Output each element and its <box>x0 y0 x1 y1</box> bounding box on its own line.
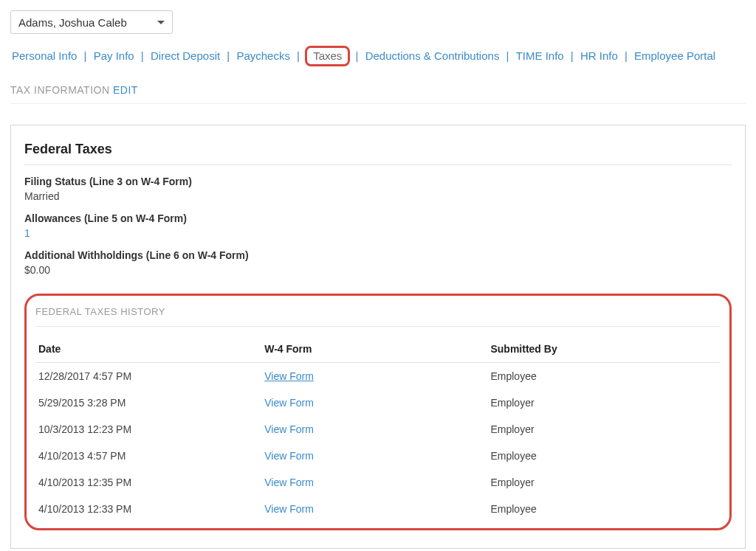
history-form-cell: View Form <box>261 443 487 469</box>
history-date: 12/28/2017 4:57 PM <box>35 363 261 390</box>
filing-status-value: Married <box>24 190 732 202</box>
tab-taxes-highlight: Taxes <box>305 46 350 66</box>
nav-separator: | <box>295 49 302 62</box>
history-col-date: Date <box>35 337 261 363</box>
history-submitted-by: Employer <box>487 416 721 443</box>
tab-employee-portal[interactable]: Employee Portal <box>633 49 717 62</box>
nav-separator: | <box>504 49 512 62</box>
nav-separator: | <box>622 49 630 62</box>
chevron-down-icon <box>157 21 165 24</box>
table-row: 4/10/2013 12:33 PMView FormEmployee <box>35 496 721 522</box>
table-row: 4/10/2013 12:35 PMView FormEmployer <box>35 469 721 496</box>
tab-pay-info[interactable]: Pay Info <box>92 49 136 62</box>
tab-paychecks[interactable]: Paychecks <box>235 49 292 62</box>
view-form-link[interactable]: View Form <box>264 423 314 435</box>
nav-separator: | <box>568 49 576 62</box>
view-form-link[interactable]: View Form <box>264 503 314 515</box>
table-row: 10/3/2013 12:23 PMView FormEmployer <box>35 416 721 443</box>
panel-title: Federal Taxes <box>24 142 732 165</box>
employee-select-value: Adams, Joshua Caleb <box>18 16 127 29</box>
tab-hr-info[interactable]: HR Info <box>579 49 619 62</box>
tab-time-info[interactable]: TIME Info <box>515 49 566 62</box>
additional-withholdings-label: Additional Withholdings (Line 6 on W-4 F… <box>24 249 732 261</box>
employee-select[interactable]: Adams, Joshua Caleb <box>10 10 173 34</box>
filing-status-label: Filing Status (Line 3 on W-4 Form) <box>24 176 732 187</box>
history-submitted-by: Employer <box>487 389 721 416</box>
history-date: 5/29/2015 3:28 PM <box>35 389 261 416</box>
tab-deductions[interactable]: Deductions & Contributions <box>364 49 501 62</box>
history-submitted-by: Employee <box>487 363 721 390</box>
allowances-block: Allowances (Line 5 on W-4 Form) 1 <box>24 212 732 239</box>
history-submitted-by: Employee <box>487 443 721 469</box>
history-form-cell: View Form <box>261 496 487 522</box>
history-form-cell: View Form <box>261 416 487 443</box>
filing-status-block: Filing Status (Line 3 on W-4 Form) Marri… <box>24 176 732 202</box>
history-submitted-by: Employer <box>487 469 721 496</box>
history-highlight: FEDERAL TAXES HISTORY Date W-4 Form Subm… <box>24 294 732 530</box>
history-form-cell: View Form <box>261 469 487 496</box>
nav-separator: | <box>224 49 232 62</box>
tab-direct-deposit[interactable]: Direct Deposit <box>149 49 221 62</box>
federal-taxes-panel: Federal Taxes Filing Status (Line 3 on W… <box>10 125 746 549</box>
additional-withholdings-value: $0.00 <box>24 264 732 276</box>
view-form-link[interactable]: View Form <box>264 450 314 462</box>
history-date: 4/10/2013 12:35 PM <box>35 469 261 496</box>
section-header: TAX INFORMATION EDIT <box>10 84 746 104</box>
view-form-link[interactable]: View Form <box>264 397 314 409</box>
tab-nav: Personal Info | Pay Info | Direct Deposi… <box>10 46 746 66</box>
nav-separator: | <box>139 49 146 62</box>
history-date: 10/3/2013 12:23 PM <box>35 416 261 443</box>
tab-personal-info[interactable]: Personal Info <box>10 49 78 62</box>
tab-taxes[interactable]: Taxes <box>312 49 343 62</box>
history-table: Date W-4 Form Submitted By 12/28/2017 4:… <box>35 337 721 522</box>
history-col-form: W-4 Form <box>261 337 487 363</box>
additional-withholdings-block: Additional Withholdings (Line 6 on W-4 F… <box>24 249 732 276</box>
history-date: 4/10/2013 4:57 PM <box>35 443 261 469</box>
nav-separator: | <box>82 49 89 62</box>
allowances-value: 1 <box>24 227 732 239</box>
section-title: TAX INFORMATION <box>10 84 110 96</box>
table-row: 12/28/2017 4:57 PMView FormEmployee <box>35 363 721 390</box>
view-form-link[interactable]: View Form <box>264 477 314 488</box>
history-form-cell: View Form <box>261 389 487 416</box>
history-title: FEDERAL TAXES HISTORY <box>35 306 721 327</box>
allowances-label: Allowances (Line 5 on W-4 Form) <box>24 212 732 224</box>
history-col-submitted: Submitted By <box>487 337 721 363</box>
table-row: 4/10/2013 4:57 PMView FormEmployee <box>35 443 721 469</box>
edit-link[interactable]: EDIT <box>113 84 138 96</box>
history-date: 4/10/2013 12:33 PM <box>35 496 261 522</box>
history-form-cell: View Form <box>261 363 487 390</box>
nav-separator: | <box>354 49 361 62</box>
history-submitted-by: Employee <box>487 496 721 522</box>
table-row: 5/29/2015 3:28 PMView FormEmployer <box>35 389 721 416</box>
view-form-link[interactable]: View Form <box>264 370 314 382</box>
